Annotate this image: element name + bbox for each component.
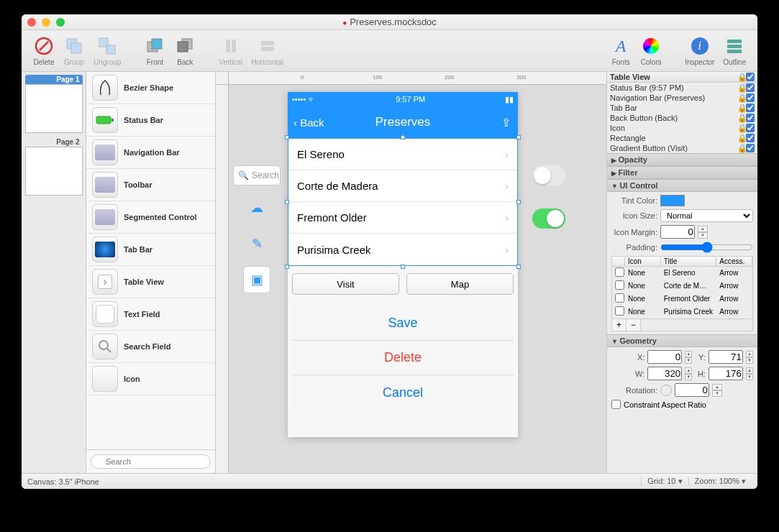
lock-icon[interactable]: 🔒 — [737, 104, 744, 111]
visible-checkbox[interactable] — [746, 73, 755, 81]
visible-checkbox[interactable] — [746, 83, 755, 92]
delete-button[interactable]: Delete — [292, 341, 514, 375]
tabbar-icon — [92, 237, 118, 262]
delete-button[interactable]: Delete — [29, 35, 59, 66]
table-row[interactable]: Fremont Older› — [288, 202, 517, 234]
layer-item[interactable]: Tab Bar🔒 — [607, 103, 757, 113]
fonts-icon: A — [610, 35, 632, 57]
x-input[interactable] — [647, 350, 682, 364]
table-view[interactable]: El Sereno› Corte de Madera› Fremont Olde… — [288, 138, 518, 266]
stepper[interactable]: ▲▼ — [685, 367, 692, 380]
element-item[interactable]: Bezier Shape — [86, 72, 215, 104]
visit-button[interactable]: Visit — [292, 273, 399, 295]
element-search-input[interactable] — [91, 454, 211, 469]
fonts-button[interactable]: A Fonts — [606, 35, 636, 66]
layer-item[interactable]: Table View🔒 — [607, 72, 757, 83]
horizontal-button[interactable]: Horizontal — [247, 35, 288, 66]
remove-row-button[interactable]: − — [627, 319, 641, 331]
lock-icon[interactable]: 🔒 — [737, 124, 744, 131]
zoom-menu[interactable]: Zoom: 100% ▾ — [688, 477, 752, 486]
stepper[interactable]: ▲▼ — [746, 351, 753, 364]
share-icon[interactable]: ⇪ — [501, 116, 511, 129]
colors-button[interactable]: Colors — [636, 35, 666, 66]
table-row[interactable]: Purisima Creek› — [288, 234, 517, 265]
lock-icon[interactable]: 🔒 — [737, 114, 744, 121]
lock-icon[interactable]: 🔒 — [737, 144, 744, 151]
grid-menu[interactable]: Grid: 10 ▾ — [641, 477, 688, 486]
element-item[interactable]: Tab Bar — [86, 234, 215, 266]
page-thumb[interactable]: Page 2 — [25, 137, 83, 196]
search-input[interactable]: 🔍 Search — [233, 165, 281, 185]
stepper[interactable]: ▲▼ — [698, 226, 708, 239]
back-button[interactable]: Back — [170, 35, 200, 66]
section-geometry[interactable]: Geometry — [607, 334, 757, 347]
nav-back-button[interactable]: ‹ Back — [293, 116, 324, 129]
y-input[interactable] — [709, 350, 743, 364]
table-row[interactable]: NoneFremont OlderArrow — [612, 293, 752, 306]
cancel-button[interactable]: Cancel — [292, 375, 514, 410]
switch-on[interactable] — [532, 208, 565, 229]
section-uicontrol[interactable]: UI Control — [607, 179, 757, 192]
aspect-checkbox[interactable] — [611, 400, 621, 409]
iconsize-select[interactable]: Normal — [660, 209, 753, 222]
map-button[interactable]: Map — [406, 273, 514, 295]
archive-icon[interactable]: ▣ — [243, 266, 270, 293]
switch-off[interactable] — [532, 165, 565, 185]
visible-checkbox[interactable] — [746, 114, 755, 122]
compose-icon[interactable]: ✎ — [243, 230, 270, 257]
table-row[interactable]: NonePurisima CreekArrow — [612, 306, 752, 318]
inspector-panel: Table View🔒 Status Bar (9:57 PM)🔒 Naviga… — [606, 72, 757, 473]
rotation-dial[interactable] — [660, 385, 672, 396]
layer-item[interactable]: Icon🔒 — [607, 123, 757, 133]
visible-checkbox[interactable] — [746, 134, 755, 142]
ruler-horizontal: 0100200300 — [229, 72, 606, 85]
table-row[interactable]: Corte de Madera› — [288, 170, 517, 202]
layer-item[interactable]: Status Bar (9:57 PM)🔒 — [607, 83, 757, 93]
table-row[interactable]: NoneEl SerenoArrow — [612, 267, 752, 280]
stepper[interactable]: ▲▼ — [712, 384, 722, 397]
inspector-button[interactable]: i Inspector — [680, 35, 719, 66]
cloud-icon[interactable]: ☁ — [243, 194, 270, 221]
element-item[interactable]: Text Field — [86, 298, 215, 331]
outline-button[interactable]: Outline — [719, 35, 750, 66]
group-button[interactable]: Group — [59, 35, 89, 66]
layer-item[interactable]: Navigation Bar (Preserves)🔒 — [607, 93, 757, 103]
layer-item[interactable]: Rectangle🔒 — [607, 133, 757, 143]
page-thumb[interactable]: Page 1 — [25, 75, 83, 133]
w-input[interactable] — [647, 367, 682, 380]
stepper[interactable]: ▲▼ — [746, 367, 753, 380]
stepper[interactable]: ▲▼ — [685, 351, 692, 364]
lock-icon[interactable]: 🔒 — [737, 73, 744, 80]
visible-checkbox[interactable] — [746, 104, 755, 112]
visible-checkbox[interactable] — [746, 144, 755, 152]
save-button[interactable]: Save — [292, 306, 514, 341]
element-item[interactable]: Navigation Bar — [86, 137, 215, 169]
iconmargin-input[interactable] — [660, 225, 695, 239]
layer-item[interactable]: Gradient Button (Visit)🔒 — [607, 143, 757, 153]
add-row-button[interactable]: + — [612, 319, 627, 331]
element-item[interactable]: Icon — [86, 363, 215, 395]
visible-checkbox[interactable] — [746, 93, 755, 102]
front-button[interactable]: Front — [140, 35, 170, 66]
element-item[interactable]: Segmented Control — [86, 201, 215, 234]
element-item[interactable]: Status Bar — [86, 104, 215, 137]
element-item[interactable]: Search Field — [86, 331, 215, 363]
visible-checkbox[interactable] — [746, 124, 755, 132]
h-input[interactable] — [709, 367, 743, 380]
ungroup-button[interactable]: Ungroup — [89, 35, 125, 66]
rotation-input[interactable] — [675, 383, 709, 397]
element-item[interactable]: Toolbar — [86, 169, 215, 201]
vertical-button[interactable]: Vertical — [214, 35, 247, 66]
layer-item[interactable]: Back Button (Back)🔒 — [607, 113, 757, 123]
lock-icon[interactable]: 🔒 — [737, 83, 744, 91]
section-opacity[interactable]: Opacity — [607, 153, 757, 166]
element-item[interactable]: ›Table View — [86, 266, 215, 298]
table-row[interactable]: NoneCorte de M…Arrow — [612, 280, 752, 293]
table-row[interactable]: El Sereno› — [288, 139, 517, 170]
section-filter[interactable]: Filter — [607, 166, 757, 179]
lock-icon[interactable]: 🔒 — [737, 134, 744, 141]
padding-slider[interactable] — [660, 242, 753, 253]
lock-icon[interactable]: 🔒 — [737, 93, 744, 101]
canvas-area[interactable]: 0100200300 🔍 Search ☁ ✎ ▣ ••••• ᯤ 9:57 P… — [216, 72, 606, 473]
tint-color-swatch[interactable] — [660, 195, 685, 206]
